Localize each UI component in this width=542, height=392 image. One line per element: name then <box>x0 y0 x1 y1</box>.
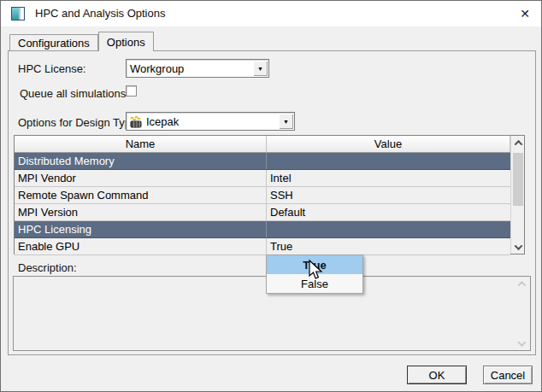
design-type-value: Icepak <box>143 115 279 128</box>
hpc-license-select[interactable]: Workgroup ▼ <box>126 59 269 78</box>
cell-value: Default <box>267 204 510 220</box>
cell-value <box>267 153 510 169</box>
ok-button[interactable]: OK <box>407 366 467 384</box>
chevron-down-icon <box>517 338 526 347</box>
scrollbar-thumb[interactable] <box>513 153 523 206</box>
tab-options-label: Options <box>107 36 145 49</box>
cancel-button[interactable]: Cancel <box>483 366 533 384</box>
column-header-name[interactable]: Name <box>15 136 267 152</box>
combo-arrow-glyph: ▼ <box>257 66 263 72</box>
titlebar: HPC and Analysis Options ✕ <box>1 1 541 26</box>
cell-value: SSH <box>267 187 510 203</box>
queue-all-simulations-label: Queue all simulations <box>20 87 126 100</box>
scroll-up-button[interactable] <box>511 136 525 149</box>
table-row-remote-spawn-command[interactable]: Remote Spawn Command SSH <box>15 187 510 204</box>
options-table: Name Value Distributed Memory MPI Vendor… <box>14 135 525 255</box>
column-header-value[interactable]: Value <box>267 136 510 152</box>
combo-arrow-glyph: ▼ <box>283 119 289 125</box>
tab-strip: Configurations Options <box>9 32 154 51</box>
table-row-distributed-memory[interactable]: Distributed Memory <box>15 153 510 170</box>
table-scrollbar[interactable] <box>510 136 524 254</box>
chevron-down-icon <box>514 242 522 250</box>
design-type-label: Options for Design Type: <box>18 116 140 129</box>
cell-name: HPC Licensing <box>15 221 267 237</box>
cell-value: True <box>267 238 510 255</box>
description-scroll-up <box>515 277 528 290</box>
description-scroll-down <box>515 336 528 350</box>
close-icon: ✕ <box>520 7 530 20</box>
chevron-down-icon[interactable]: ▼ <box>253 61 268 76</box>
cell-name: Remote Spawn Command <box>15 187 267 203</box>
queue-all-simulations-checkbox[interactable] <box>126 85 137 97</box>
description-label: Description: <box>18 261 77 274</box>
cell-name: Enable GPU <box>15 238 267 255</box>
cursor-icon <box>307 259 326 283</box>
cell-value: Intel <box>267 170 510 186</box>
table-row-enable-gpu[interactable]: Enable GPU True <box>15 238 510 255</box>
design-type-select[interactable]: Icepak ▼ <box>126 112 295 131</box>
window-title: HPC and Analysis Options <box>35 1 165 26</box>
chevron-down-icon[interactable]: ▼ <box>279 114 293 129</box>
cell-name: Distributed Memory <box>15 153 267 169</box>
icepak-icon <box>129 114 143 128</box>
table-row-hpc-licensing[interactable]: HPC Licensing <box>15 221 510 238</box>
hpc-license-label: HPC License: <box>18 62 85 75</box>
tab-options[interactable]: Options <box>98 32 154 51</box>
cell-value <box>267 221 510 237</box>
table-row-mpi-version[interactable]: MPI Version Default <box>15 204 510 221</box>
hpc-license-value: Workgroup <box>127 62 253 75</box>
app-icon <box>11 7 25 20</box>
chevron-up-icon <box>517 280 526 289</box>
tab-configurations[interactable]: Configurations <box>9 34 98 51</box>
close-button[interactable]: ✕ <box>514 3 536 25</box>
tab-configurations-label: Configurations <box>18 37 90 50</box>
cell-name: MPI Vendor <box>15 170 267 186</box>
chevron-up-icon <box>514 139 522 148</box>
table-header: Name Value <box>15 136 510 153</box>
table-row-mpi-vendor[interactable]: MPI Vendor Intel <box>15 170 510 187</box>
hpc-analysis-options-dialog: HPC and Analysis Options ✕ Configuration… <box>0 0 542 392</box>
cell-name: MPI Version <box>15 204 267 220</box>
scroll-down-button[interactable] <box>511 240 525 254</box>
